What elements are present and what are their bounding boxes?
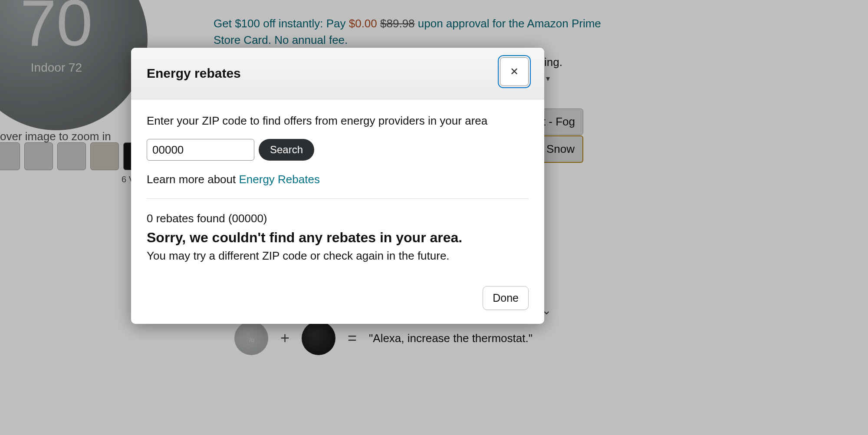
divider <box>147 198 529 199</box>
modal-title: Energy rebates <box>147 66 241 81</box>
learn-more: Learn more about Energy Rebates <box>147 173 529 186</box>
modal-footer: Done <box>131 286 544 324</box>
no-rebates-hint: You may try a different ZIP code or chec… <box>147 249 529 263</box>
close-button[interactable]: ✕ <box>500 57 529 86</box>
zip-input[interactable] <box>147 139 254 161</box>
no-rebates-heading: Sorry, we couldn't find any rebates in y… <box>147 230 529 246</box>
close-icon: ✕ <box>510 66 519 78</box>
learn-prefix: Learn more about <box>147 173 239 186</box>
done-button[interactable]: Done <box>483 286 529 310</box>
energy-rebates-modal: Energy rebates ✕ Enter your ZIP code to … <box>131 48 544 324</box>
rebates-count: 0 rebates found (00000) <box>147 212 529 225</box>
modal-body: Enter your ZIP code to find offers from … <box>131 99 544 286</box>
zip-prompt: Enter your ZIP code to find offers from … <box>147 114 529 128</box>
modal-header: Energy rebates ✕ <box>131 48 544 99</box>
zip-search-row: Search <box>147 139 529 161</box>
search-button[interactable]: Search <box>259 139 314 161</box>
energy-rebates-link[interactable]: Energy Rebates <box>239 173 319 186</box>
